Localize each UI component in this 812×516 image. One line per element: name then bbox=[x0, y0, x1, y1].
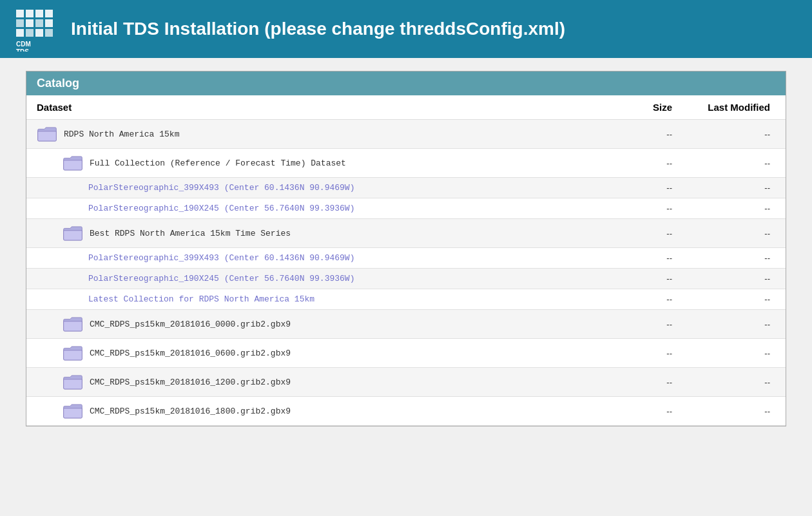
table-row: PolarStereographic_190X245 (Center 56.76… bbox=[26, 198, 786, 219]
dataset-name-cell: CMC_RDPS_ps15km_20181016_0000.grib2.gbx9 bbox=[26, 310, 605, 339]
modified-value: -- bbox=[682, 178, 786, 198]
dataset-table: Dataset Size Last Modified RDPS North Am… bbox=[26, 95, 786, 426]
dataset-name-cell: Latest Collection for RDPS North America… bbox=[26, 289, 605, 310]
dataset-folder-name: CMC_RDPS_ps15km_20181016_1800.grib2.gbx9 bbox=[90, 406, 291, 416]
dataset-name-cell: PolarStereographic_190X245 (Center 56.76… bbox=[26, 198, 605, 219]
modified-value: -- bbox=[682, 339, 786, 368]
dataset-name-cell: Best RDPS North America 15km Time Series bbox=[26, 219, 605, 248]
size-value: -- bbox=[605, 310, 682, 339]
page-title: Initial TDS Installation (please change … bbox=[71, 19, 565, 39]
dataset-name-cell: CMC_RDPS_ps15km_20181016_1200.grib2.gbx9 bbox=[26, 368, 605, 397]
dataset-link[interactable]: PolarStereographic_399X493 (Center 60.14… bbox=[88, 183, 354, 193]
size-value: -- bbox=[605, 289, 682, 310]
size-value: -- bbox=[605, 198, 682, 219]
catalog-box: Catalog Dataset Size Last Modified RDPS … bbox=[26, 71, 786, 426]
dataset-name-cell: CMC_RDPS_ps15km_20181016_0600.grib2.gbx9 bbox=[26, 339, 605, 368]
folder-icon bbox=[63, 224, 83, 242]
size-value: -- bbox=[605, 149, 682, 178]
svg-text:TDS: TDS bbox=[16, 48, 29, 52]
modified-value: -- bbox=[682, 269, 786, 289]
size-value: -- bbox=[605, 248, 682, 269]
dataset-folder-name: RDPS North America 15km bbox=[64, 129, 179, 139]
dataset-folder-name: Best RDPS North America 15km Time Series bbox=[90, 229, 291, 238]
dataset-folder-name: CMC_RDPS_ps15km_20181016_0000.grib2.gbx9 bbox=[90, 320, 291, 329]
header: CDM TDS Initial TDS Installation (please… bbox=[0, 0, 812, 58]
dataset-name-cell: CMC_RDPS_ps15km_20181016_1800.grib2.gbx9 bbox=[26, 397, 605, 426]
modified-value: -- bbox=[682, 368, 786, 397]
svg-rect-6 bbox=[26, 19, 34, 27]
table-row: PolarStereographic_190X245 (Center 56.76… bbox=[26, 269, 786, 289]
table-row: Best RDPS North America 15km Time Series… bbox=[26, 219, 786, 248]
dataset-link[interactable]: Latest Collection for RDPS North America… bbox=[88, 294, 314, 304]
modified-value: -- bbox=[682, 149, 786, 178]
table-row: PolarStereographic_399X493 (Center 60.14… bbox=[26, 248, 786, 269]
modified-value: -- bbox=[682, 198, 786, 219]
svg-rect-10 bbox=[26, 29, 34, 37]
svg-rect-11 bbox=[35, 29, 43, 37]
col-dataset: Dataset bbox=[26, 95, 605, 120]
folder-icon bbox=[63, 315, 83, 333]
modified-value: -- bbox=[682, 289, 786, 310]
svg-text:CDM: CDM bbox=[16, 41, 31, 48]
catalog-header: Catalog bbox=[26, 72, 786, 95]
size-value: -- bbox=[605, 269, 682, 289]
folder-icon bbox=[63, 154, 83, 172]
dataset-link[interactable]: PolarStereographic_399X493 (Center 60.14… bbox=[88, 253, 354, 263]
col-size: Size bbox=[605, 95, 682, 120]
svg-rect-5 bbox=[16, 19, 24, 27]
svg-rect-1 bbox=[16, 10, 24, 17]
table-row: CMC_RDPS_ps15km_20181016_0600.grib2.gbx9… bbox=[26, 339, 786, 368]
folder-icon bbox=[63, 373, 83, 391]
table-row: CMC_RDPS_ps15km_20181016_1200.grib2.gbx9… bbox=[26, 368, 786, 397]
logo-icon: CDM TDS bbox=[13, 6, 58, 52]
modified-value: -- bbox=[682, 219, 786, 248]
dataset-name-cell: PolarStereographic_399X493 (Center 60.14… bbox=[26, 248, 605, 269]
modified-value: -- bbox=[682, 120, 786, 149]
table-row: CMC_RDPS_ps15km_20181016_1800.grib2.gbx9… bbox=[26, 397, 786, 426]
folder-icon bbox=[63, 344, 83, 362]
size-value: -- bbox=[605, 120, 682, 149]
size-value: -- bbox=[605, 178, 682, 198]
dataset-name-cell: Full Collection (Reference / Forecast Ti… bbox=[26, 149, 605, 178]
svg-rect-9 bbox=[16, 29, 24, 37]
svg-rect-2 bbox=[26, 10, 34, 17]
size-value: -- bbox=[605, 219, 682, 248]
table-row: Full Collection (Reference / Forecast Ti… bbox=[26, 149, 786, 178]
dataset-folder-name: CMC_RDPS_ps15km_20181016_0600.grib2.gbx9 bbox=[90, 349, 291, 358]
svg-rect-3 bbox=[35, 10, 43, 17]
folder-icon bbox=[63, 402, 83, 420]
table-row: Latest Collection for RDPS North America… bbox=[26, 289, 786, 310]
svg-rect-8 bbox=[45, 19, 53, 27]
svg-rect-4 bbox=[45, 10, 53, 17]
modified-value: -- bbox=[682, 310, 786, 339]
dataset-name-cell: PolarStereographic_190X245 (Center 56.76… bbox=[26, 269, 605, 289]
dataset-name-cell: RDPS North America 15km bbox=[26, 120, 605, 149]
dataset-name-cell: PolarStereographic_399X493 (Center 60.14… bbox=[26, 178, 605, 198]
svg-rect-7 bbox=[35, 19, 43, 27]
table-row: PolarStereographic_399X493 (Center 60.14… bbox=[26, 178, 786, 198]
modified-value: -- bbox=[682, 397, 786, 426]
dataset-folder-name: CMC_RDPS_ps15km_20181016_1200.grib2.gbx9 bbox=[90, 377, 291, 387]
table-row: RDPS North America 15km---- bbox=[26, 120, 786, 149]
main-content: Catalog Dataset Size Last Modified RDPS … bbox=[0, 58, 812, 439]
folder-icon bbox=[37, 125, 57, 143]
col-modified: Last Modified bbox=[682, 95, 786, 120]
modified-value: -- bbox=[682, 248, 786, 269]
dataset-link[interactable]: PolarStereographic_190X245 (Center 56.76… bbox=[88, 204, 354, 213]
size-value: -- bbox=[605, 368, 682, 397]
svg-rect-12 bbox=[45, 29, 53, 37]
size-value: -- bbox=[605, 397, 682, 426]
dataset-link[interactable]: PolarStereographic_190X245 (Center 56.76… bbox=[88, 274, 354, 283]
size-value: -- bbox=[605, 339, 682, 368]
table-row: CMC_RDPS_ps15km_20181016_0000.grib2.gbx9… bbox=[26, 310, 786, 339]
dataset-folder-name: Full Collection (Reference / Forecast Ti… bbox=[90, 158, 346, 168]
